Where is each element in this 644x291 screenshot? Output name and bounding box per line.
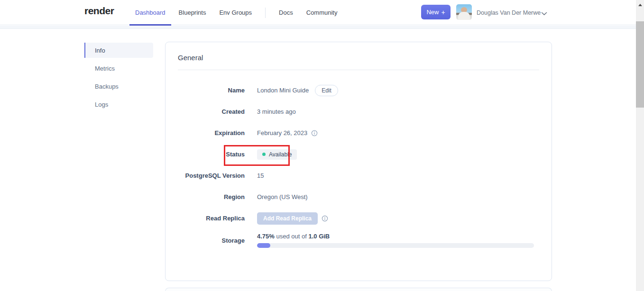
sidebar-item-info[interactable]: Info — [84, 43, 153, 58]
card-title: General — [166, 42, 552, 63]
general-info-card: General Name London Mini Guide Edit Crea… — [165, 42, 552, 281]
region-value: Oregon (US West) — [257, 193, 308, 200]
nav-dashboard[interactable]: Dashboard — [135, 0, 166, 25]
row-created: Created 3 minutes ago — [166, 101, 552, 122]
read-replica-info-icon[interactable] — [322, 215, 328, 222]
render-dashboard-page: render Dashboard Blueprints Env Groups D… — [0, 0, 644, 291]
storage-progress-track — [257, 243, 534, 248]
storage-usage-text: 4.75% used out of 1.0 GiB — [257, 233, 534, 240]
render-logo[interactable]: render — [84, 5, 114, 17]
user-name[interactable]: Douglas Van Der Merwe — [477, 0, 541, 25]
row-name: Name London Mini Guide Edit — [166, 80, 552, 101]
nav-blueprints[interactable]: Blueprints — [179, 0, 206, 25]
row-status: Status Available — [166, 144, 552, 165]
chevron-down-icon[interactable] — [541, 9, 547, 18]
nav-divider — [265, 8, 266, 18]
created-label: Created — [178, 108, 245, 115]
sidebar-item-backups[interactable]: Backups — [84, 79, 153, 94]
status-label: Status — [178, 151, 245, 158]
sidebar-item-metrics[interactable]: Metrics — [84, 61, 153, 76]
name-label: Name — [178, 87, 245, 94]
postgresql-version-value: 15 — [257, 172, 264, 179]
nav-community[interactable]: Community — [306, 0, 338, 25]
storage-percent: 4.75% — [257, 233, 275, 240]
status-badge: Available — [257, 149, 297, 160]
edit-name-button[interactable]: Edit — [315, 85, 338, 96]
service-sidebar: Info Metrics Backups Logs — [84, 43, 153, 115]
region-label: Region — [178, 193, 245, 200]
postgresql-version-label: PostgreSQL Version — [178, 172, 245, 179]
subheader-strip — [0, 26, 636, 29]
vertical-scrollbar[interactable] — [636, 0, 644, 291]
storage-total: 1.0 GiB — [308, 233, 330, 240]
sidebar-item-logs[interactable]: Logs — [84, 97, 153, 112]
primary-nav: Dashboard Blueprints Env Groups Docs Com… — [135, 0, 337, 25]
user-avatar[interactable] — [456, 4, 472, 20]
scrollbar-up-arrow[interactable] — [636, 1, 644, 8]
nav-docs[interactable]: Docs — [279, 0, 293, 25]
avatar-shirt — [458, 12, 470, 20]
row-expiration: Expiration February 26, 2023 — [166, 122, 552, 144]
row-storage: Storage 4.75% used out of 1.0 GiB — [166, 229, 552, 250]
new-button-label: New — [426, 9, 439, 16]
status-green-dot-icon — [262, 153, 266, 156]
expiration-info-icon[interactable] — [311, 130, 318, 136]
plus-icon: + — [441, 9, 445, 16]
status-badge-text: Available — [269, 151, 292, 158]
created-value: 3 minutes ago — [257, 108, 296, 115]
read-replica-label: Read Replica — [178, 215, 245, 222]
name-value: London Mini Guide — [257, 87, 309, 94]
info-rows: Name London Mini Guide Edit Created 3 mi… — [166, 70, 552, 250]
top-navbar: render Dashboard Blueprints Env Groups D… — [0, 0, 636, 25]
next-card-top-edge — [165, 288, 552, 291]
add-read-replica-button[interactable]: Add Read Replica — [257, 212, 318, 225]
storage-label: Storage — [178, 233, 245, 244]
expiration-value: February 26, 2023 — [257, 129, 307, 136]
storage-progress-fill — [257, 243, 270, 248]
row-region: Region Oregon (US West) — [166, 186, 552, 208]
storage-middle-text: used out of — [276, 233, 307, 240]
nav-env-groups[interactable]: Env Groups — [219, 0, 252, 25]
new-button[interactable]: New + — [421, 5, 451, 19]
scrollbar-thumb[interactable] — [636, 21, 644, 108]
expiration-label: Expiration — [178, 129, 245, 136]
row-postgresql-version: PostgreSQL Version 15 — [166, 165, 552, 186]
row-read-replica: Read Replica Add Read Replica — [166, 208, 552, 229]
